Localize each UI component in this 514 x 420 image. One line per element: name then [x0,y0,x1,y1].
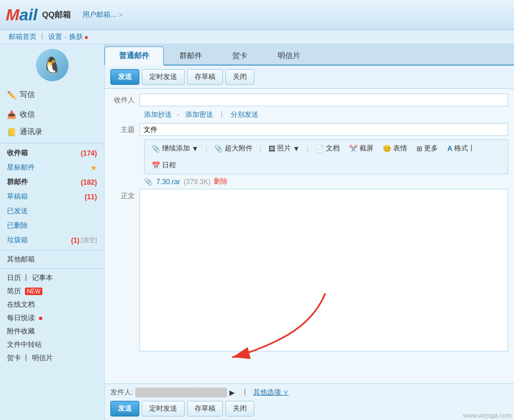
drafts-label: 草稿箱 [7,192,28,202]
junk-clear[interactable]: [清空] [81,236,97,245]
more-icon: ⊞ [416,145,422,153]
sidebar-compose-btn[interactable]: ✏️ 写信 [0,84,104,106]
schedule-send-button-bottom[interactable]: 定时发送 [142,401,185,417]
super-attach-label: 超大附件 [225,143,253,153]
bottom-section: 发件人: 收件人 <地址> ▶ 丨 其他选项 ∨ 发送 定时发送 存草稿 关闭 [105,383,514,420]
mascot-avatar: 🐧 [36,49,69,81]
screenshot-btn[interactable]: ✂️ 截屏 [347,142,376,155]
send-button-bottom[interactable]: 发送 [110,401,139,417]
drafts-count: (11) [85,193,97,201]
compose-form: 收件人 添加抄送 - 添加密送 丨 分别发送 主题 📎 继续添加 [105,89,514,383]
calendar-btn[interactable]: 📅 日程 [149,159,178,171]
sidebar-item-deleted[interactable]: 已删除 [0,218,104,233]
other-options-link[interactable]: 其他选项 ∨ [253,387,289,397]
group-label: 群邮件 [7,177,28,187]
inbox-folder-label: 收件箱 [7,148,28,158]
sidebar-item-group[interactable]: 群邮件 (182) [0,175,104,189]
tab-ecard[interactable]: 贺卡 [218,46,262,64]
attach-remove-btn[interactable]: 删除 [214,177,228,186]
tab-normal[interactable]: 普通邮件 [105,46,164,66]
cc-bcc-links: 添加抄送 - 添加密送 丨 分别发送 [144,110,508,120]
sidebar-item-file-transfer[interactable]: 文件中转站 [0,338,104,351]
save-draft-button-bottom[interactable]: 存草稿 [187,401,223,417]
schedule-send-button-top[interactable]: 定时发送 [142,69,185,85]
doc-btn[interactable]: 📄 文档 [313,142,342,155]
continue-add-btn[interactable]: 📎 继续添加 ▼ [149,142,201,155]
continue-add-label: 继续添加 [162,143,190,153]
sidebar-item-card[interactable]: 贺卡 丨 明信片 [0,351,104,365]
inbox-label: 收信 [20,109,35,120]
separate-send-link[interactable]: 分别发送 [231,110,258,119]
breadcrumb-home[interactable]: 邮箱首页 [9,32,37,42]
sidebar-item-daily[interactable]: 每日悦读 [0,311,104,325]
sidebar-contacts-btn[interactable]: 📒 通讯录 [0,123,104,141]
paperclip-icon: 📎 [152,145,160,153]
emoji-btn[interactable]: 😊 表情 [380,142,409,155]
save-draft-button-top[interactable]: 存草稿 [187,69,223,85]
sent-label: 已发送 [7,206,28,216]
starred-label: 星标邮件 [7,163,35,173]
close-button-bottom[interactable]: 关闭 [225,401,254,417]
group-count: (182) [81,178,97,186]
photos-btn[interactable]: 🖼 照片 ▼ [266,142,302,155]
contacts-icon: 📒 [7,128,16,137]
breadcrumb-skin[interactable]: 换肤 [69,32,83,42]
sidebar-item-other-mailbox[interactable]: 其他邮箱 [0,253,104,266]
watermark: www.wzjsga.com [463,412,512,419]
sidebar-item-inbox[interactable]: 收件箱 (174) [0,146,104,160]
link-sep1: - [177,110,179,119]
to-input[interactable] [139,94,508,106]
junk-count: (1) [71,236,80,245]
sidebar-item-junk[interactable]: 垃圾箱 (1) [清空] [0,233,104,247]
body-row: 正文 [110,189,508,351]
super-attach-btn[interactable]: 📎 超大附件 [212,142,255,155]
sidebar-item-sent[interactable]: 已发送 [0,204,104,218]
sidebar-item-docs[interactable]: 在线文档 [0,298,104,311]
contacts-label: 通讯录 [20,127,42,137]
more-btn[interactable]: ⊞ 更多 [414,142,440,155]
format-btn[interactable]: A 格式丨 [445,142,477,155]
nav-user: 用户邮箱... [82,10,116,20]
sidebar-inbox-btn[interactable]: 📥 收信 [0,106,104,123]
compose-toolbar-top: 发送 定时发送 存草稿 关闭 [105,66,514,89]
tab-group[interactable]: 群邮件 [165,46,217,64]
format-icon: A [447,145,452,153]
subject-row: 主题 [110,123,508,136]
calendar-icon: 📅 [152,161,160,170]
attach-sep-1: | [206,145,207,153]
body-label: 正文 [110,189,139,351]
sidebar-item-cal-notes[interactable]: 日历 丨 记事本 [0,271,104,285]
compose-tabs: 普通邮件 群邮件 贺卡 明信片 [105,44,514,66]
logo-icon: Mail [6,6,37,24]
send-button-top[interactable]: 发送 [110,69,139,85]
emoji-icon: 😊 [383,145,391,153]
photos-dropdown: ▼ [293,145,300,153]
tab-postcard[interactable]: 明信片 [263,46,315,64]
arrow-indicator: ▶ [229,389,235,397]
star-icon: ★ [91,164,97,172]
emoji-label: 表情 [393,143,407,153]
screenshot-icon: ✂️ [349,145,358,153]
subject-input[interactable] [139,123,508,136]
add-bcc-link[interactable]: 添加密送 [185,110,213,119]
new-badge: NEW [25,288,42,295]
close-button-top[interactable]: 关闭 [225,69,254,85]
add-cc-link[interactable]: 添加抄送 [144,110,172,119]
sidebar-item-resume[interactable]: 简历 NEW [0,285,104,298]
sidebar-item-attach-collect[interactable]: 附件收藏 [0,325,104,338]
body-editor[interactable] [139,189,508,351]
format-label: 格式丨 [454,143,475,153]
compose-icon: ✏️ [7,91,16,99]
breadcrumb-settings[interactable]: 设置 [48,32,62,42]
sidebar-item-starred[interactable]: 星标邮件 ★ [0,160,104,175]
subject-label: 主题 [110,125,139,135]
attach-sep-3: | [307,145,308,153]
sidebar-item-drafts[interactable]: 草稿箱 (11) [0,189,104,204]
inbox-count: (174) [81,149,97,157]
breadcrumb-dot: ● [84,33,88,41]
daily-dot [39,317,42,320]
compose-label: 写信 [20,89,35,100]
more-label: 更多 [424,143,438,153]
content-area: 普通邮件 群邮件 贺卡 明信片 发送 定时发送 存草稿 关闭 收件人 添加抄送 … [105,44,514,420]
deleted-label: 已删除 [7,221,28,231]
